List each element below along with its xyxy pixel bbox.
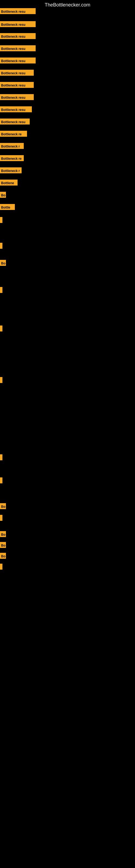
bar-mini bbox=[0, 477, 2, 484]
list-item: Bo bbox=[0, 192, 6, 199]
bar-mini bbox=[0, 326, 2, 332]
list-item bbox=[0, 564, 2, 569]
list-item: Bottleneck resu bbox=[0, 94, 34, 101]
bar-label: Bottleneck resu bbox=[0, 94, 34, 100]
list-item: Bottleneck resu bbox=[0, 45, 36, 52]
bar-label: Bottleneck resu bbox=[0, 8, 36, 14]
list-item: Bo bbox=[0, 503, 6, 510]
bar-label: Bottleneck resu bbox=[0, 106, 32, 112]
list-item: Bottleneck re bbox=[0, 155, 24, 162]
list-item: Bottleneck resu bbox=[0, 82, 34, 89]
list-item bbox=[0, 454, 2, 460]
list-item: Bottleneck resu bbox=[0, 33, 36, 40]
bar-label: Bo bbox=[0, 531, 6, 537]
bar-label: Bottleneck resu bbox=[0, 58, 36, 63]
bar-label: Bottleneck r bbox=[0, 167, 21, 173]
bar-label: Bottleneck resu bbox=[0, 33, 36, 39]
list-item bbox=[0, 326, 2, 332]
bar-label: Bottleneck resu bbox=[0, 45, 36, 51]
bar-label: Bottleneck resu bbox=[0, 119, 30, 124]
list-item: Bo bbox=[0, 260, 6, 267]
bar-mini bbox=[0, 243, 2, 249]
list-item: Bottleneck resu bbox=[0, 21, 36, 28]
bar-mini bbox=[0, 377, 2, 383]
list-item bbox=[0, 377, 2, 383]
list-item bbox=[0, 287, 2, 293]
list-item: Bo bbox=[0, 553, 6, 560]
bar-mini bbox=[0, 217, 2, 223]
bar-label: Bo bbox=[0, 553, 6, 559]
list-item: Bottleneck r bbox=[0, 143, 24, 150]
bar-label: Bo bbox=[0, 503, 6, 509]
list-item: Bottle bbox=[0, 204, 15, 211]
list-item: Bottleneck re bbox=[0, 131, 27, 138]
bar-label: Bottleneck r bbox=[0, 143, 24, 149]
bar-label: Bottleneck resu bbox=[0, 70, 34, 76]
bar-label: Bottleneck re bbox=[0, 131, 27, 137]
list-item: Bottleneck resu bbox=[0, 8, 36, 15]
list-item: Bottleneck r bbox=[0, 167, 21, 175]
list-item bbox=[0, 515, 2, 521]
bar-label: Bottlene bbox=[0, 180, 17, 186]
bar-label: Bottle bbox=[0, 204, 15, 210]
list-item bbox=[0, 243, 2, 249]
bar-label: Bottleneck resu bbox=[0, 21, 36, 27]
bar-mini bbox=[0, 564, 2, 569]
bar-label: Bottleneck resu bbox=[0, 82, 34, 88]
list-item: Bottleneck resu bbox=[0, 119, 30, 126]
list-item: Bo bbox=[0, 531, 6, 538]
list-item: Bo bbox=[0, 542, 6, 549]
bar-mini bbox=[0, 454, 2, 460]
list-item bbox=[0, 217, 2, 223]
list-item: Bottleneck resu bbox=[0, 106, 32, 113]
bar-label: Bo bbox=[0, 192, 6, 198]
bar-label: Bottleneck re bbox=[0, 155, 24, 161]
list-item: Bottlene bbox=[0, 180, 17, 187]
bar-mini bbox=[0, 515, 2, 521]
bar-mini bbox=[0, 287, 2, 293]
bar-label: Bo bbox=[0, 542, 6, 548]
list-item: Bottleneck resu bbox=[0, 70, 34, 77]
list-item bbox=[0, 477, 2, 484]
bar-label: Bo bbox=[0, 260, 6, 266]
list-item: Bottleneck resu bbox=[0, 58, 36, 65]
